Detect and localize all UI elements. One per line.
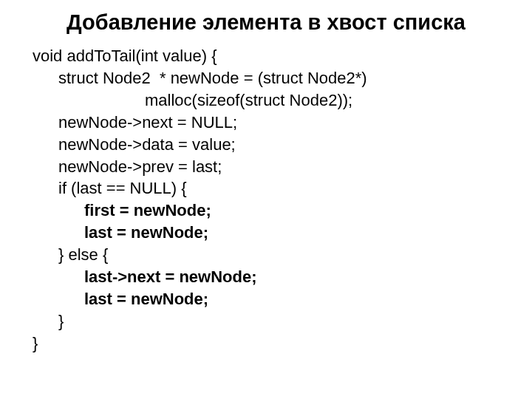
code-line: struct Node2 * newNode = (struct Node2*) bbox=[33, 67, 517, 89]
slide-title: Добавление элемента в хвост списка bbox=[15, 10, 517, 35]
code-line: newNode->prev = last; bbox=[33, 156, 517, 178]
code-line: } bbox=[33, 332, 517, 355]
code-line: last = newNode; bbox=[33, 288, 517, 310]
code-line: void addToTail(int value) { bbox=[33, 45, 517, 67]
code-line: } bbox=[33, 310, 517, 332]
code-line: malloc(sizeof(struct Node2)); bbox=[33, 89, 517, 112]
code-line: newNode->next = NULL; bbox=[33, 112, 517, 134]
code-line: newNode->data = value; bbox=[33, 134, 517, 156]
code-line: last = newNode; bbox=[33, 222, 517, 244]
code-line: if (last == NULL) { bbox=[33, 177, 517, 200]
slide-container: Добавление элемента в хвост списка void … bbox=[0, 0, 532, 399]
code-line: } else { bbox=[33, 244, 517, 266]
code-line: first = newNode; bbox=[33, 200, 517, 222]
code-block: void addToTail(int value) { struct Node2… bbox=[15, 45, 517, 355]
code-line: last->next = newNode; bbox=[33, 266, 517, 288]
